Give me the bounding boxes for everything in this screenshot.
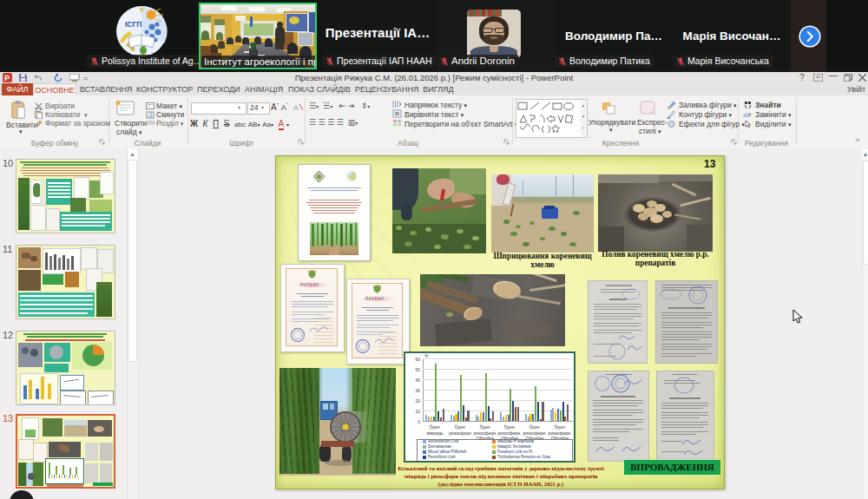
svg-text:A: A bbox=[293, 103, 299, 112]
svg-text:ab: ab bbox=[743, 112, 750, 118]
svg-text:ІСГП: ІСГП bbox=[125, 20, 141, 29]
